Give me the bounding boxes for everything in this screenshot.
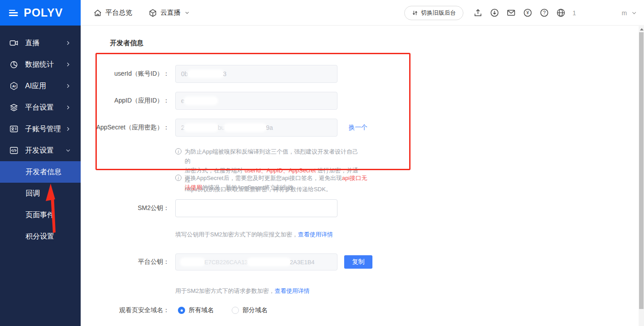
- platform-key-label: 平台公钥：: [81, 258, 169, 266]
- globe-icon[interactable]: [556, 8, 566, 17]
- ai-hexagon-icon: AI: [9, 82, 18, 90]
- help-icon[interactable]: ?: [540, 8, 549, 17]
- copy-button[interactable]: 复制: [344, 255, 372, 269]
- value-redaction: [225, 124, 266, 131]
- mail-icon[interactable]: [506, 8, 516, 17]
- logo-area[interactable]: POLYV: [0, 0, 81, 26]
- currency-yen-icon[interactable]: ¥: [523, 8, 532, 17]
- swap-arrows-icon: [411, 9, 419, 17]
- sm2-usage-details-link[interactable]: 查看使用详情: [298, 231, 333, 238]
- sidebar-item-subaccounts[interactable]: 子账号管理: [0, 118, 81, 140]
- upload-icon[interactable]: [473, 8, 483, 17]
- id-card-icon: [9, 124, 18, 133]
- chevron-right-icon: [65, 62, 71, 67]
- svg-text:?: ?: [543, 10, 545, 15]
- sm2-key-label: SM2公钥：: [81, 204, 169, 212]
- sidebar-item-ai-apps[interactable]: AI AI应用: [0, 75, 81, 97]
- main-content: 开发者信息 userId（账号ID）： 0b3 AppID（应用ID）： e A…: [81, 26, 644, 326]
- sidebar-item-platform-settings[interactable]: 平台设置: [0, 97, 81, 118]
- svg-text:AI: AI: [12, 84, 16, 88]
- home-icon: [93, 9, 102, 17]
- switch-old-version-button[interactable]: 切换旧版后台: [404, 6, 463, 20]
- account-name-redaction: [579, 10, 618, 16]
- sidebar-item-dev-settings[interactable]: 开发设置: [0, 140, 81, 161]
- chevron-right-icon: [65, 40, 71, 46]
- cube-icon: [148, 9, 157, 17]
- regenerate-secret-link[interactable]: 换一个: [349, 124, 367, 132]
- top-header: 平台总览 云直播 切换旧版后台: [81, 0, 644, 26]
- appsecret-input[interactable]: 2bu9a: [175, 119, 337, 137]
- appsecret-label: AppSecret（应用密匙）：: [81, 124, 169, 132]
- radio-all-domains[interactable]: 所有域名: [178, 306, 214, 314]
- chevron-right-icon: [65, 105, 71, 110]
- sidebar-subitem-callback[interactable]: 回调: [0, 183, 81, 204]
- app-window: POLYV 直播 数据统计: [0, 0, 644, 326]
- chevron-right-icon: [65, 126, 71, 132]
- sidebar-subitem-points-settings[interactable]: 积分设置: [0, 226, 81, 247]
- platform-key-input[interactable]: E7CB226CAA132A3E1B4: [175, 253, 337, 270]
- sidebar-nav: 直播 数据统计 AI AI应用: [0, 26, 81, 247]
- sidebar-item-statistics[interactable]: 数据统计: [0, 54, 81, 75]
- appid-label: AppID（应用ID）：: [81, 97, 169, 105]
- pie-chart-icon: [9, 60, 18, 69]
- info-icon: i: [175, 148, 182, 154]
- account-name-suffix: m: [622, 9, 627, 17]
- menu-collapse-icon[interactable]: [9, 10, 18, 16]
- value-redaction: [181, 259, 204, 265]
- scrollbar-thumb[interactable]: [639, 32, 644, 309]
- vertical-scrollbar[interactable]: [639, 26, 644, 326]
- scroll-up-icon[interactable]: [640, 28, 644, 30]
- polyv-logo: POLYV: [24, 6, 63, 19]
- nav-platform-overview[interactable]: 平台总览: [93, 9, 132, 17]
- account-menu[interactable]: 1 m: [573, 9, 637, 17]
- secret-change-hint: i 更换AppSecret后，需要您及时更新您api接口签名，避免出现api接口…: [175, 173, 368, 192]
- sidebar-subitem-developer-info[interactable]: 开发者信息: [0, 161, 81, 183]
- value-redaction: [185, 124, 218, 131]
- chevron-down-icon: [631, 10, 637, 16]
- safe-domain-label: 观看页安全域名：: [81, 306, 169, 314]
- value-redaction: [185, 98, 217, 104]
- info-icon: i: [175, 175, 182, 181]
- sidebar-subitem-page-events[interactable]: 页面事件: [0, 204, 81, 226]
- page-title: 开发者信息: [110, 39, 143, 47]
- chevron-down-icon: [65, 148, 71, 153]
- account-name-prefix: 1: [573, 9, 576, 17]
- nav-cloud-live[interactable]: 云直播: [148, 9, 190, 17]
- sidebar-submenu: 开发者信息 回调 页面事件 积分设置: [0, 161, 81, 247]
- svg-text:¥: ¥: [526, 10, 529, 15]
- layers-icon: [9, 103, 18, 112]
- radio-partial-domains[interactable]: 部分域名: [232, 306, 268, 314]
- sidebar-item-live[interactable]: 直播: [0, 32, 81, 54]
- camera-icon: [9, 39, 18, 47]
- value-redaction: [248, 259, 290, 265]
- platform-key-hint: 用于SM2加密方式下的请求参数加密，查看使用详情: [175, 286, 381, 296]
- platform-key-usage-details-link[interactable]: 查看使用详情: [275, 287, 310, 294]
- code-icon: [9, 146, 18, 155]
- userid-input[interactable]: 0b3: [175, 65, 337, 83]
- download-circle-icon[interactable]: [490, 8, 499, 17]
- sm2-key-input[interactable]: [175, 199, 337, 217]
- chevron-down-icon: [185, 10, 190, 15]
- chevron-right-icon: [65, 83, 71, 89]
- radio-unchecked-icon[interactable]: [232, 307, 239, 314]
- value-redaction: [188, 71, 223, 77]
- sm2-hint: 填写公钥用于SM2加密方式下的响应报文加密，查看使用详情: [175, 230, 381, 239]
- userid-label: userId（账号ID）：: [81, 70, 169, 78]
- radio-checked-icon[interactable]: [178, 307, 185, 314]
- sidebar: POLYV 直播 数据统计: [0, 0, 81, 326]
- appid-input[interactable]: e: [175, 92, 337, 110]
